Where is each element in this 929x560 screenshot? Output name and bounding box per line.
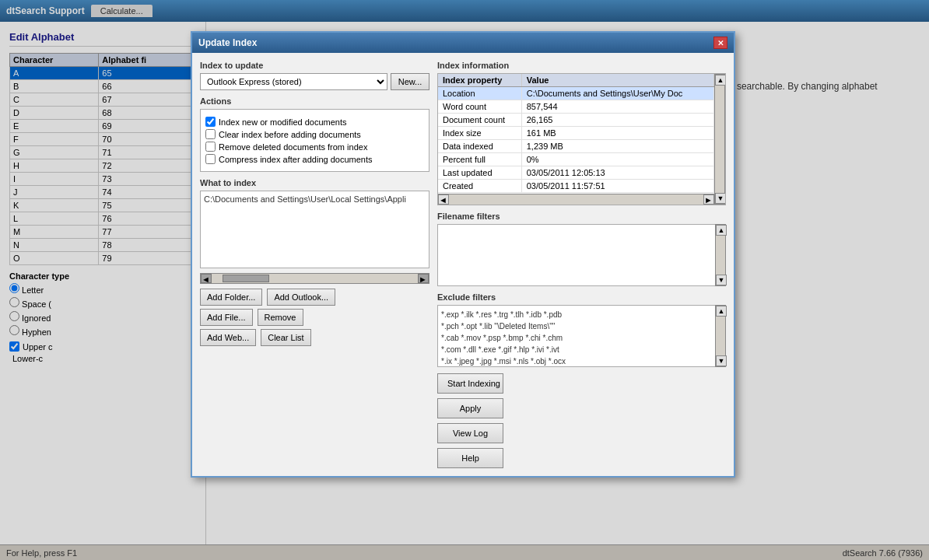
excl-scroll-track [716,317,725,355]
filename-filters-container: ▲ ▼ [437,224,726,286]
start-indexing-button[interactable]: Start Indexing [437,373,503,394]
scroll-thumb[interactable] [223,275,269,282]
view-log-button[interactable]: View Log [437,423,503,443]
index-to-update-label: Index to update [200,61,429,70]
filename-filters-box[interactable] [437,224,726,286]
info-table-row[interactable]: Percent full0% [438,153,714,166]
col-property: Index property [438,74,521,87]
clear-list-button[interactable]: Clear List [261,329,310,346]
index-info-label: Index information [437,61,726,70]
fname-scroll-track [716,236,725,275]
add-web-button[interactable]: Add Web... [200,329,256,346]
chk-clear-index[interactable] [205,129,216,139]
actions-label: Actions [200,96,429,106]
add-outlook-button[interactable]: Add Outlook... [267,289,335,306]
action-buttons-row3: Add Web... Clear List [200,329,429,346]
chk-compress[interactable] [205,154,216,164]
info-scroll-down[interactable]: ▼ [715,193,726,204]
checkbox-index-new: Index new or modified documents [205,117,424,127]
info-table-row[interactable]: Created03/05/2011 11:57:51 [438,180,714,193]
info-table-row[interactable]: Word count857,544 [438,100,714,114]
info-scrollbar[interactable]: ▲ ▼ [714,74,725,205]
remove-button[interactable]: Remove [258,309,303,326]
right-action-buttons: Start Indexing Apply View Log Help [437,373,726,468]
checkbox-remove-deleted: Remove deleted documents from index [205,142,424,152]
scroll-left-arrow[interactable]: ◄ [201,274,212,283]
checkbox-compress: Compress index after adding documents [205,154,424,164]
dialog-body: Index to update Outlook Express (stored)… [192,53,734,476]
action-buttons-row2: Add File... Remove [200,309,429,326]
info-scroll-left[interactable]: ◄ [438,194,449,205]
col-value: Value [521,74,713,87]
what-to-index-label: What to index [200,178,429,187]
scroll-right-arrow[interactable]: ► [418,274,429,283]
info-table-row[interactable]: Document count26,165 [438,114,714,127]
excl-scroll-up[interactable]: ▲ [716,306,727,317]
info-table-row[interactable]: Data indexed1,239 MB [438,140,714,153]
what-to-index-box[interactable]: C:\Documents and Settings\User\Local Set… [200,191,429,268]
exclude-filters-container: *.exp *.ilk *.res *.trg *.tlh *.idb *.pd… [437,305,726,367]
action-buttons-row1: Add Folder... Add Outlook... [200,289,429,306]
exclude-filters-text: *.exp *.ilk *.res *.trg *.tlh *.idb *.pd… [441,309,714,367]
exclude-filters-label: Exclude filters [437,292,726,302]
index-info-table: Index property Value LocationC:\Document… [438,74,714,193]
chk-index-new[interactable] [205,117,216,127]
add-file-button[interactable]: Add File... [200,309,253,326]
chk-remove-deleted[interactable] [205,142,216,152]
index-path: C:\Documents and Settings\User\Local Set… [204,194,426,204]
apply-button[interactable]: Apply [437,398,503,418]
info-table-row[interactable]: LocationC:\Documents and Settings\User\M… [438,87,714,100]
horizontal-scrollbar[interactable]: ◄ ► [200,273,429,284]
info-table-row[interactable]: Index size161 MB [438,127,714,140]
index-select-row: Outlook Express (stored) New... [200,73,429,90]
update-index-dialog: Update Index ✕ Index to update Outlook E… [191,31,735,478]
filename-scrollbar[interactable]: ▲ ▼ [715,224,726,286]
filename-filters-label: Filename filters [437,212,726,221]
info-scroll-track [715,86,724,193]
info-table-row[interactable]: Last updated03/05/2011 12:05:13 [438,166,714,180]
exclude-scrollbar[interactable]: ▲ ▼ [715,305,726,367]
add-folder-button[interactable]: Add Folder... [200,289,262,306]
fname-scroll-down[interactable]: ▼ [716,275,727,285]
actions-box: Index new or modified documents Clear in… [200,109,429,172]
help-button[interactable]: Help [437,448,503,468]
index-info-table-container: Index property Value LocationC:\Document… [437,73,726,205]
exclude-filters-box[interactable]: *.exp *.ilk *.res *.trg *.tlh *.idb *.pd… [437,305,726,367]
info-scroll-up[interactable]: ▲ [715,75,726,86]
dialog-right-col: Index information Index property Value L… [437,61,726,468]
new-button[interactable]: New... [391,73,429,90]
dialog-title: Update Index [198,37,257,48]
fname-scroll-up[interactable]: ▲ [716,225,727,236]
dialog-left-col: Index to update Outlook Express (stored)… [200,61,429,468]
dialog-close-button[interactable]: ✕ [713,37,727,49]
info-scroll-right[interactable]: ► [703,194,714,205]
info-h-scrollbar[interactable]: ◄ ► [438,194,714,205]
index-dropdown[interactable]: Outlook Express (stored) [200,73,387,90]
checkbox-clear-index: Clear index before adding documents [205,129,424,139]
excl-scroll-down[interactable]: ▼ [716,355,727,366]
dialog-titlebar: Update Index ✕ [192,33,734,53]
info-hscroll-track [449,194,703,205]
